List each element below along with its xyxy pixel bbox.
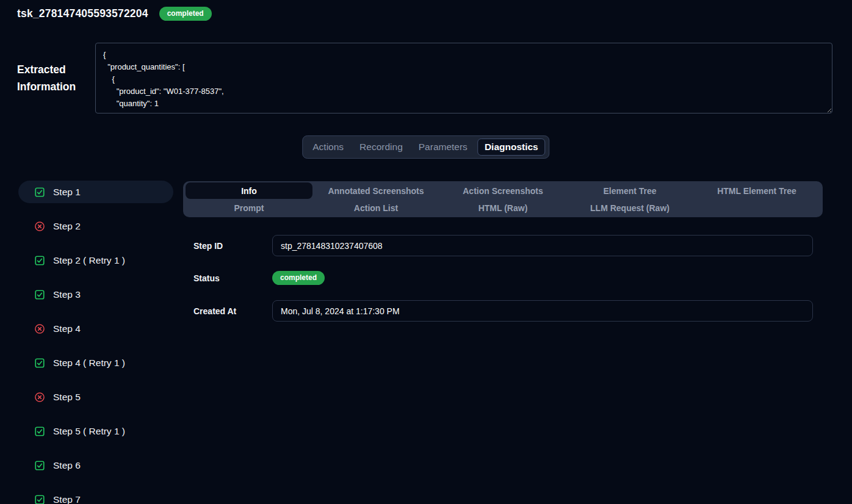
check-square-icon — [34, 426, 45, 437]
step-label: Step 4 — [53, 323, 81, 334]
step-id-label: Step ID — [193, 241, 272, 251]
status-row: Status completed — [193, 271, 823, 285]
check-square-icon — [34, 358, 45, 369]
step-label: Step 7 — [53, 494, 81, 504]
step-label: Step 2 ( Retry 1 ) — [53, 255, 125, 266]
step-item[interactable]: Step 1 — [18, 181, 173, 203]
steps-sidebar: Step 1 Step 2 — [18, 181, 173, 504]
diagnostics-tab[interactable]: HTML (Raw) — [439, 200, 566, 216]
diagnostics-tab-label: Info — [241, 186, 257, 196]
task-diagnostics-page: tsk_278147405593572204 completed Extract… — [0, 0, 852, 504]
step-item[interactable]: Step 3 — [18, 283, 173, 306]
step-id-row: Step ID — [193, 235, 823, 256]
main-tab-bar: Actions Recording Parameters Diagnostics — [302, 135, 549, 159]
step-status-badge: completed — [272, 271, 325, 285]
step-label: Step 5 — [53, 392, 81, 403]
created-at-row: Created At — [193, 300, 823, 322]
main-tab[interactable]: Parameters — [413, 139, 474, 156]
diagnostics-tab[interactable]: Annotated Screenshots — [312, 182, 439, 199]
diagnostics-tab-label: HTML (Raw) — [478, 203, 528, 213]
step-label: Step 1 — [53, 187, 81, 198]
diagnostics-tab-label: Action List — [354, 203, 398, 213]
diagnostics-tab-label: Prompt — [234, 203, 264, 213]
task-status-badge: completed — [159, 7, 212, 21]
task-id-title: tsk_278147405593572204 — [17, 7, 148, 20]
step-label: Step 2 — [53, 221, 81, 232]
task-header: tsk_278147405593572204 completed — [17, 7, 212, 21]
step-id-input[interactable] — [272, 235, 813, 256]
step-label: Step 6 — [53, 460, 81, 471]
diagnostics-panel: Info Annotated Screenshots Action Screen… — [183, 181, 823, 336]
created-at-input[interactable] — [272, 300, 813, 322]
status-label: Status — [193, 273, 272, 283]
step-item[interactable]: Step 7 — [18, 488, 173, 504]
diagnostics-tab-label: Action Screenshots — [463, 186, 543, 196]
extracted-information-textarea[interactable]: { "product_quantities": [ { "product_id"… — [95, 43, 832, 113]
step-item[interactable]: Step 4 — [18, 317, 173, 340]
diagnostics-tab[interactable]: LLM Request (Raw) — [566, 200, 693, 216]
check-square-icon — [34, 460, 45, 471]
main-tab-label: Parameters — [419, 142, 468, 152]
check-square-icon — [34, 494, 45, 504]
diagnostics-tab[interactable]: Element Tree — [566, 182, 693, 199]
diagnostics-tab-label: LLM Request (Raw) — [590, 203, 670, 213]
step-item[interactable]: Step 5 ( Retry 1 ) — [18, 420, 173, 442]
step-label: Step 4 ( Retry 1 ) — [53, 358, 125, 369]
step-item[interactable]: Step 5 — [18, 386, 173, 408]
diagnostics-tab-label: Element Tree — [603, 186, 656, 196]
check-square-icon — [34, 289, 45, 300]
check-square-icon — [34, 187, 45, 198]
step-item[interactable]: Step 4 ( Retry 1 ) — [18, 351, 173, 374]
info-fields: Step ID Status completed Created At — [193, 235, 823, 322]
x-circle-icon — [34, 221, 45, 232]
main-tab[interactable]: Actions — [306, 139, 350, 156]
x-circle-icon — [34, 323, 45, 334]
diagnostics-tab-bar: Info Annotated Screenshots Action Screen… — [183, 181, 823, 217]
diagnostics-tab[interactable]: Prompt — [186, 200, 312, 216]
diagnostics-tab[interactable]: Info — [186, 182, 312, 199]
diagnostics-tab[interactable]: Action Screenshots — [439, 182, 566, 199]
main-tab[interactable]: Diagnostics — [477, 139, 546, 156]
diagnostics-tab-label: Annotated Screenshots — [328, 186, 424, 196]
diagnostics-tab[interactable]: HTML Element Tree — [693, 182, 820, 199]
extracted-information-section: Extracted Information { "product_quantit… — [17, 43, 832, 113]
diagnostics-tab-label: HTML Element Tree — [717, 186, 796, 196]
step-label: Step 3 — [53, 289, 81, 300]
diagnostics-tab[interactable]: Action List — [312, 200, 439, 216]
x-circle-icon — [34, 392, 45, 403]
main-tab-label: Recording — [359, 142, 403, 152]
step-item[interactable]: Step 2 — [18, 215, 173, 237]
created-at-label: Created At — [193, 306, 272, 316]
main-tab[interactable]: Recording — [353, 139, 409, 156]
step-item[interactable]: Step 2 ( Retry 1 ) — [18, 249, 173, 272]
step-item[interactable]: Step 6 — [18, 454, 173, 477]
extracted-information-label: Extracted Information — [17, 61, 95, 95]
check-square-icon — [34, 255, 45, 266]
step-label: Step 5 ( Retry 1 ) — [53, 426, 125, 437]
main-tab-label: Diagnostics — [485, 142, 538, 152]
main-tab-label: Actions — [312, 142, 344, 152]
